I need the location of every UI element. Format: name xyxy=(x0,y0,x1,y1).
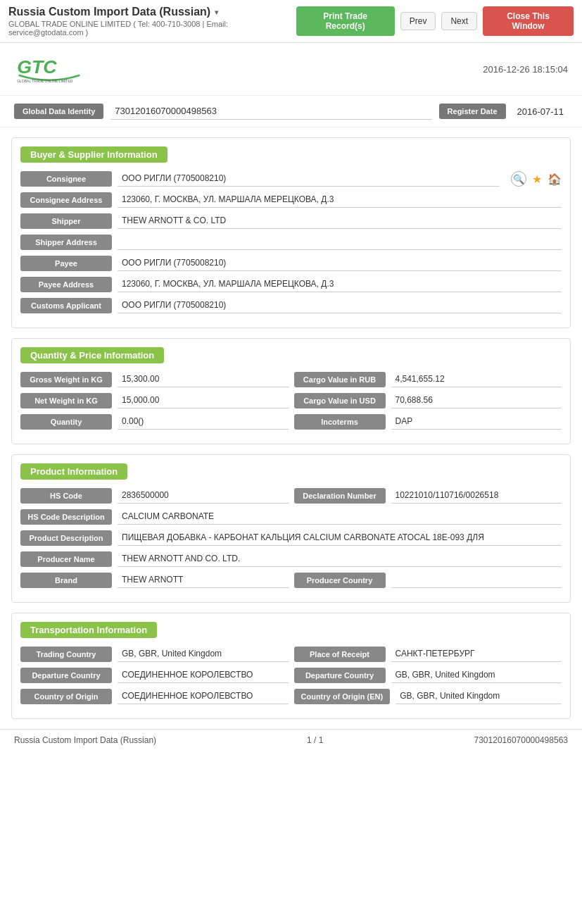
country-of-origin-en-value: GB, GBR, United Kingdom xyxy=(396,689,562,704)
footer-left: Russia Custom Import Data (Russian) xyxy=(14,735,156,745)
footer: Russia Custom Import Data (Russian) 1 / … xyxy=(0,729,582,751)
prev-button[interactable]: Prev xyxy=(400,12,436,30)
producer-country-col: Producer Country xyxy=(294,573,562,588)
net-weight-label: Net Weight in KG xyxy=(20,393,112,408)
payee-row: Payee ООО РИГЛИ (7705008210) xyxy=(20,256,562,271)
producer-name-row: Producer Name THEW ARNOTT AND CO. LTD. xyxy=(20,551,562,567)
logo-svg: GTC GLOBAL TRADE ONLINE LIMITED xyxy=(14,51,84,87)
timestamp: 2016-12-26 18:15:04 xyxy=(483,64,568,75)
identity-row: Global Data Identity 7301201607000049856… xyxy=(0,96,582,127)
brand-row: Brand THEW ARNOTT Producer Country xyxy=(20,573,562,588)
quantity-row: Quantity 0.00() Incoterms DAP xyxy=(20,414,562,430)
shipper-value: THEW ARNOTT & CO. LTD xyxy=(118,213,562,229)
register-date-value: 2016-07-11 xyxy=(513,104,569,120)
producer-name-label: Producer Name xyxy=(20,551,112,567)
customs-applicant-row: Customs Applicant ООО РИГЛИ (7705008210) xyxy=(20,298,562,313)
consignee-label: Consignee xyxy=(20,171,112,187)
consignee-address-label: Consignee Address xyxy=(20,192,112,208)
consignee-address-row: Consignee Address 123060, Г. МОСКВА, УЛ.… xyxy=(20,192,562,208)
transportation-title: Transportation Information xyxy=(20,622,157,638)
departure-country-left-label: Departure Country xyxy=(20,668,112,683)
payee-address-value: 123060, Г. МОСКВА, УЛ. МАРШАЛА МЕРЕЦКОВА… xyxy=(118,277,562,292)
top-bar: Russia Custom Import Data (Russian) ▾ GL… xyxy=(0,0,582,43)
incoterms-label: Incoterms xyxy=(294,414,386,430)
product-title: Product Information xyxy=(20,463,127,480)
trading-country-label: Trading Country xyxy=(20,647,112,662)
country-of-origin-left-value: СОЕДИНЕННОЕ КОРОЛЕВСТВО xyxy=(118,689,289,704)
buyer-supplier-section: Buyer & Supplier Information Consignee О… xyxy=(11,137,571,328)
payee-label: Payee xyxy=(20,256,112,271)
hs-code-col: HS Code 2836500000 xyxy=(20,488,289,504)
hs-code-label: HS Code xyxy=(20,488,112,504)
gross-weight-label: Gross Weight in KG xyxy=(20,372,112,387)
register-date-label: Register Date xyxy=(439,104,506,119)
payee-address-label: Payee Address xyxy=(20,277,112,292)
quantity-value: 0.00() xyxy=(118,414,289,430)
footer-right: 73012016070000498563 xyxy=(474,735,568,745)
departure-country-left-col: Departure Country СОЕДИНЕННОЕ КОРОЛЕВСТВ… xyxy=(20,668,289,683)
consignee-row: Consignee ООО РИГЛИ (7705008210) 🔍 ★ 🏠 xyxy=(20,171,562,187)
gross-weight-value: 15,300.00 xyxy=(118,372,289,387)
page-title: Russia Custom Import Data (Russian) ▾ xyxy=(8,6,296,18)
star-icon[interactable]: ★ xyxy=(532,173,542,186)
product-section: Product Information HS Code 2836500000 D… xyxy=(11,454,571,603)
country-of-origin-left-col: Country of Origin СОЕДИНЕННОЕ КОРОЛЕВСТВ… xyxy=(20,689,289,704)
identity-label: Global Data Identity xyxy=(14,104,103,119)
cargo-rub-label: Cargo Value in RUB xyxy=(294,372,386,387)
shipper-address-value xyxy=(118,235,562,250)
home-icon[interactable]: 🏠 xyxy=(548,173,562,186)
identity-value: 73012016070000498563 xyxy=(110,103,431,120)
product-desc-value: ПИЩЕВАЯ ДОБАВКА - КАРБОНАТ КАЛЬЦИЯ CALCI… xyxy=(118,530,562,546)
hs-code-row: HS Code 2836500000 Declaration Number 10… xyxy=(20,488,562,504)
shipper-address-label: Shipper Address xyxy=(20,235,112,250)
svg-text:GLOBAL TRADE ONLINE LIMITED: GLOBAL TRADE ONLINE LIMITED xyxy=(17,79,73,83)
place-of-receipt-label: Place of Receipt xyxy=(294,647,386,662)
departure-country-right-label: Departure Country xyxy=(294,668,386,683)
country-of-origin-row: Country of Origin СОЕДИНЕННОЕ КОРОЛЕВСТВ… xyxy=(20,689,562,704)
country-of-origin-left-label: Country of Origin xyxy=(20,689,112,704)
departure-country-right-col: Departure Country GB, GBR, United Kingdo… xyxy=(294,668,562,683)
quantity-label: Quantity xyxy=(20,414,112,430)
brand-label: Brand xyxy=(20,573,112,588)
title-text: Russia Custom Import Data (Russian) xyxy=(8,6,210,18)
incoterms-col: Incoterms DAP xyxy=(294,414,562,430)
top-bar-actions: Print Trade Record(s) Prev Next Close Th… xyxy=(296,6,574,36)
title-dropdown-arrow[interactable]: ▾ xyxy=(215,8,218,16)
net-weight-value: 15,000.00 xyxy=(118,393,289,408)
gross-weight-col: Gross Weight in KG 15,300.00 xyxy=(20,372,289,387)
search-icon[interactable]: 🔍 xyxy=(511,171,526,187)
product-desc-label: Product Description xyxy=(20,530,112,546)
logo-section: GTC GLOBAL TRADE ONLINE LIMITED 2016-12-… xyxy=(0,43,582,96)
cargo-usd-col: Cargo Value in USD 70,688.56 xyxy=(294,393,562,408)
incoterms-value: DAP xyxy=(391,414,562,430)
cargo-rub-col: Cargo Value in RUB 4,541,655.12 xyxy=(294,372,562,387)
place-of-receipt-value: САНКТ-ПЕТЕРБУРГ xyxy=(391,647,562,662)
gross-weight-row: Gross Weight in KG 15,300.00 Cargo Value… xyxy=(20,372,562,387)
print-button[interactable]: Print Trade Record(s) xyxy=(296,6,395,36)
country-of-origin-en-col: Country of Origin (EN) GB, GBR, United K… xyxy=(294,689,562,704)
producer-country-label: Producer Country xyxy=(294,573,386,588)
net-weight-col: Net Weight in KG 15,000.00 xyxy=(20,393,289,408)
customs-applicant-value: ООО РИГЛИ (7705008210) xyxy=(118,298,562,313)
departure-country-left-value: СОЕДИНЕННОЕ КОРОЛЕВСТВО xyxy=(118,668,289,683)
place-of-receipt-col: Place of Receipt САНКТ-ПЕТЕРБУРГ xyxy=(294,647,562,662)
cargo-usd-value: 70,688.56 xyxy=(391,393,562,408)
quantity-price-title: Quantity & Price Information xyxy=(20,347,164,363)
hs-desc-row: HS Code Description CALCIUM CARBONATE xyxy=(20,509,562,525)
next-button[interactable]: Next xyxy=(441,12,477,30)
departure-country-right-value: GB, GBR, United Kingdom xyxy=(391,668,562,683)
brand-value: THEW ARNOTT xyxy=(118,573,289,588)
shipper-address-row: Shipper Address xyxy=(20,235,562,250)
declaration-value: 10221010/110716/0026518 xyxy=(391,488,562,504)
trading-country-col: Trading Country GB, GBR, United Kingdom xyxy=(20,647,289,662)
payee-value: ООО РИГЛИ (7705008210) xyxy=(118,256,562,271)
cargo-rub-value: 4,541,655.12 xyxy=(391,372,562,387)
hs-desc-value: CALCIUM CARBONATE xyxy=(118,509,562,525)
producer-name-value: THEW ARNOTT AND CO. LTD. xyxy=(118,551,562,567)
close-button[interactable]: Close This Window xyxy=(483,6,574,36)
country-of-origin-en-label: Country of Origin (EN) xyxy=(294,689,391,704)
trading-country-value: GB, GBR, United Kingdom xyxy=(118,647,289,662)
net-weight-row: Net Weight in KG 15,000.00 Cargo Value i… xyxy=(20,393,562,408)
shipper-label: Shipper xyxy=(20,213,112,229)
top-bar-left: Russia Custom Import Data (Russian) ▾ GL… xyxy=(8,6,296,37)
